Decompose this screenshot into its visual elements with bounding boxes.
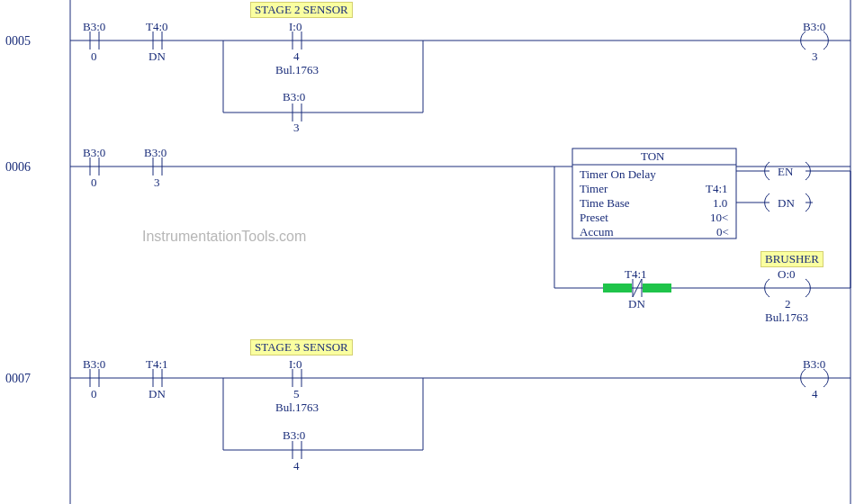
r6-nc-addr: T4:1	[625, 267, 647, 282]
r5-c2-addr: T4:0	[146, 20, 168, 34]
r6-out-bit: 2	[785, 297, 791, 311]
ton-l4b: 10<	[710, 211, 728, 225]
r5-c3-bit: 4	[293, 50, 300, 64]
r7-br-bit: 4	[293, 459, 300, 473]
r5-coil-addr: B3:0	[803, 20, 825, 34]
watermark: InstrumentationTools.com	[142, 229, 306, 245]
r6-c2-bit: 3	[154, 176, 160, 190]
r5-coil-bit: 3	[812, 50, 818, 64]
r7-c2-bit: DN	[148, 387, 166, 401]
r7-c1-bit: 0	[91, 387, 97, 401]
r7-c1-addr: B3:0	[83, 357, 105, 372]
label-brusher: BRUSHER	[760, 251, 824, 267]
r5-c1-addr: B3:0	[83, 20, 105, 34]
r7-c3-mod: Bul.1763	[275, 400, 319, 415]
ton-l3a: Time Base	[580, 196, 630, 211]
r7-coil-addr: B3:0	[803, 357, 825, 372]
rung-number-5: 0005	[5, 34, 31, 49]
r6-out-addr: O:0	[778, 267, 796, 282]
r7-c2-addr: T4:1	[146, 357, 168, 372]
ton-l4a: Preset	[580, 211, 608, 225]
r5-br-bit: 3	[293, 121, 300, 135]
label-stage2-sensor: STAGE 2 SENSOR	[250, 2, 353, 18]
ladder-diagram	[0, 0, 864, 504]
r6-c2-addr: B3:0	[144, 146, 166, 160]
r5-c3-mod: Bul.1763	[275, 63, 319, 77]
r7-br-addr: B3:0	[283, 428, 305, 443]
r5-c2-bit: DN	[148, 50, 166, 64]
ton-l1: Timer On Delay	[580, 167, 656, 182]
r6-nc-bit: DN	[628, 297, 645, 311]
r7-coil-bit: 4	[812, 387, 818, 401]
r6-c1-addr: B3:0	[83, 146, 105, 160]
r6-c1-bit: 0	[91, 176, 97, 190]
rung-highlight-right	[643, 284, 671, 292]
ton-title: TON	[641, 149, 664, 164]
ton-l3b: 1.0	[713, 196, 727, 211]
ton-l2a: Timer	[580, 182, 608, 196]
rung-number-6: 0006	[5, 160, 31, 175]
ton-l5b: 0<	[716, 225, 729, 239]
label-stage3-sensor: STAGE 3 SENSOR	[250, 339, 353, 356]
rung-highlight-left	[603, 284, 632, 292]
r5-br-addr: B3:0	[283, 90, 305, 104]
ton-l2b: T4:1	[706, 182, 728, 196]
rung-number-7: 0007	[5, 372, 31, 386]
r7-c3-bit: 5	[293, 387, 300, 401]
r7-c3-addr: I:0	[289, 357, 302, 372]
ton-l5a: Accum	[580, 225, 614, 239]
r5-c3-addr: I:0	[289, 20, 302, 34]
r6-out-mod: Bul.1763	[765, 310, 808, 325]
r5-c1-bit: 0	[91, 50, 97, 64]
en-label: EN	[778, 165, 793, 179]
dn-label: DN	[778, 196, 795, 211]
